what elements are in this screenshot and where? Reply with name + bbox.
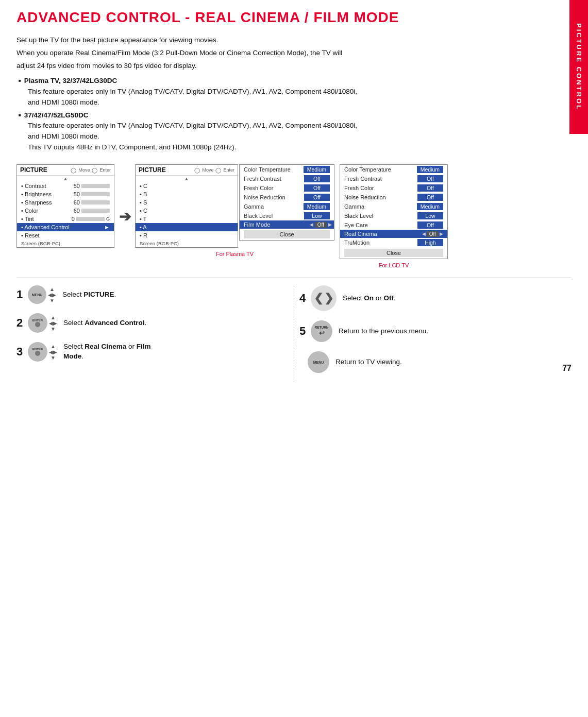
arrow-down-3: ▼ — [51, 355, 56, 361]
lcd-gamma: Gamma Medium — [340, 202, 447, 211]
step-5-text: Return to the previous menu. — [339, 327, 428, 336]
page-number: 77 — [562, 364, 572, 373]
menu2-row-s: • S — [136, 198, 238, 207]
adv-gamma: Gamma Medium — [240, 202, 334, 211]
scroll-up-arrow: ▲ — [17, 176, 114, 182]
arrow-left-3: ◀ — [49, 349, 53, 355]
arrow-down-2: ▼ — [51, 326, 56, 332]
menu2-row-b: • B — [136, 190, 238, 198]
menu1-row-contrast: • Contrast 50 — [17, 182, 114, 190]
arrow-up-2: ▲ — [51, 315, 56, 320]
arrow-right-3: ▶ — [53, 349, 57, 355]
menu1-screen-label: Screen (RGB-PC) — [17, 240, 114, 247]
arrow-left-2: ◀ — [49, 320, 53, 326]
step-3: 3 ENTER ▲ ◀ ▶ ▼ — [16, 342, 289, 362]
dot-icon2: ◯ — [215, 167, 221, 173]
nav-arrows-1: ▲ ◀ ▶ ▼ — [48, 286, 56, 303]
sidebar-picture-control: PICTURE CONTROL — [569, 0, 588, 134]
adv-color-temp: Color Temperature Medium — [240, 165, 334, 174]
caption-plasma: For Plasma TV — [135, 251, 334, 257]
fm-right-arrow: ▶ — [328, 222, 332, 227]
adv-popup-plasma: Color Temperature Medium Fresh Contrast … — [239, 164, 334, 241]
menu2-row-r: • R — [136, 231, 238, 240]
menu1-row-reset: • Reset — [17, 231, 114, 240]
return-button[interactable]: RETURN ↩ — [311, 320, 332, 342]
arrow-right-2: ▶ — [53, 320, 57, 326]
picture-menu-1: PICTURE ◯ Move ◯ Enter ▲ • Contrast 50 — [16, 164, 114, 248]
lcd-eye-care: Eye Care Off — [340, 220, 447, 230]
adv-film-mode: Film Mode ◀ Off ▶ — [240, 220, 334, 229]
picture-menu-2: PICTURE ◯ Move ◯ Enter ▲ • C • B • S • C… — [135, 164, 238, 248]
intro-section: Set up the TV for the best picture appea… — [16, 35, 572, 72]
menu1-row-sharpness: • Sharpness 60 — [17, 198, 114, 207]
scroll-up-arrow2: ▲ — [136, 176, 238, 182]
lcd-menu: Color Temperature Medium Fresh Contrast … — [340, 164, 448, 259]
lcd-close-btn[interactable]: Close — [344, 249, 443, 257]
step-4: 4 ❮ ❯ Select On or Off. — [299, 285, 572, 311]
adv-fresh-color: Fresh Color Off — [240, 183, 334, 193]
arrow-right: ➔ — [114, 208, 135, 225]
step-4-text: Select On or Off. — [343, 294, 396, 303]
menu2-row-c2: • C — [136, 207, 238, 215]
adv-black-level: Black Level Low — [240, 211, 334, 220]
menu2-row-c: • C — [136, 182, 238, 190]
menu1-title: PICTURE — [20, 166, 47, 174]
divider — [16, 278, 572, 278]
menu1-row-color: • Color 60 — [17, 207, 114, 215]
lcd-fresh-color: Fresh Color Off — [340, 183, 447, 193]
menu2-row-t: • T — [136, 215, 238, 223]
menu1-row-advanced: • Advanced Control ► — [17, 223, 114, 231]
arrow-up-3: ▲ — [51, 344, 56, 349]
step-5: 5 RETURN ↩ Return to the previous menu. — [299, 320, 572, 342]
left-bracket: ❮ — [314, 292, 323, 305]
menu2-title: PICTURE — [139, 166, 166, 174]
steps-area: 1 MENU ▲ ◀ ▶ ▼ Select PICTURE — [16, 285, 572, 382]
menu1-row-brightness: • Brightness 50 — [17, 190, 114, 198]
step-1: 1 MENU ▲ ◀ ▶ ▼ Select PICTURE — [16, 285, 289, 304]
steps-left: 1 MENU ▲ ◀ ▶ ▼ Select PICTURE — [16, 285, 294, 382]
step-1-text: Select PICTURE. — [62, 290, 116, 300]
step-3-text: Select Real Cinema or FilmMode. — [63, 342, 151, 362]
bullet-section: Plasma TV, 32/37/42LG30DC This feature o… — [16, 76, 572, 153]
lcd-real-cinema: Real Cinema ◀ Off ▶ — [340, 230, 447, 238]
bullet-item-2: 37/42/47/52LG50DC This feature operates … — [19, 110, 572, 153]
rc-left-arrow: ◀ — [422, 231, 426, 236]
lcd-fresh-contrast: Fresh Contrast Off — [340, 174, 447, 183]
lcd-trumotion: TruMotion High — [340, 238, 447, 247]
lcd-tv-section: Color Temperature Medium Fresh Contrast … — [340, 164, 448, 268]
rc-right-arrow: ▶ — [440, 231, 443, 236]
enter-button-3[interactable]: ENTER — [28, 342, 47, 362]
menu-button-final[interactable]: MENU — [308, 351, 329, 373]
adv-fresh-contrast: Fresh Contrast Off — [240, 174, 334, 183]
step-2: 2 ENTER ▲ ◀ ▶ ▼ — [16, 313, 289, 333]
arrow-up-1: ▲ — [49, 286, 55, 292]
caption-lcd: For LCD TV — [340, 262, 448, 268]
step-menu-text: Return to TV viewing. — [335, 357, 402, 367]
dot-icon: ◯ — [92, 167, 97, 173]
arrow-left-1: ◀ — [48, 292, 52, 298]
nav-arrows-3: ▲ ◀ ▶ ▼ — [49, 344, 57, 361]
menu1-row-tint: • Tint 0 G — [17, 215, 114, 223]
diagram-area: PICTURE ◯ Move ◯ Enter ▲ • Contrast 50 — [16, 164, 546, 268]
lcd-black-level: Black Level Low — [340, 211, 447, 220]
arrow-down-1: ▼ — [49, 298, 55, 303]
step-menu: MENU Return to TV viewing. — [308, 351, 572, 373]
menu2-row-a: • A — [136, 223, 238, 231]
enter-button-2[interactable]: ENTER — [28, 313, 47, 333]
menu2-screen-label: Screen (RGB-PC) — [136, 240, 238, 247]
return-icon: ↩ — [319, 329, 325, 337]
bullet-item-1: Plasma TV, 32/37/42LG30DC This feature o… — [19, 76, 572, 108]
fm-left-arrow: ◀ — [310, 222, 313, 227]
page-title: ADVANCED CONTROL - REAL CINEMA / FILM MO… — [16, 9, 572, 26]
move-icon: ◯ — [71, 167, 76, 173]
lcd-color-temp: Color Temperature Medium — [340, 165, 447, 174]
menu-button-1[interactable]: MENU — [28, 285, 46, 304]
arrow-right-1: ▶ — [52, 292, 56, 298]
step-2-text: Select Advanced Control. — [63, 318, 146, 328]
plasma-close-btn[interactable]: Close — [244, 230, 330, 238]
nav-arrows-2: ▲ ◀ ▶ ▼ — [49, 315, 57, 332]
right-bracket: ❯ — [324, 292, 333, 305]
onoff-button[interactable]: ❮ ❯ — [311, 285, 337, 311]
lcd-noise-red: Noise Reduction Off — [340, 193, 447, 202]
steps-right: 4 ❮ ❯ Select On or Off. 5 RETURN ↩ Retur… — [294, 285, 572, 382]
